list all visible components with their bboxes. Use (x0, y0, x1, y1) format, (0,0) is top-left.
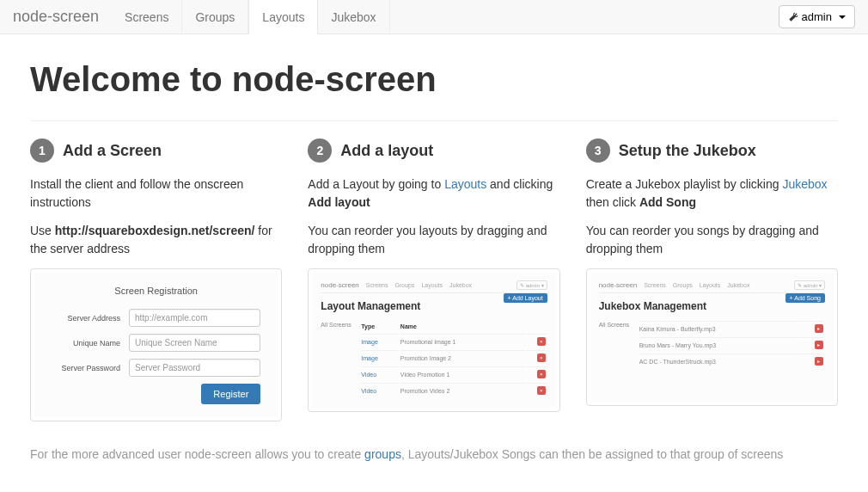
reg-title: Screen Registration (52, 286, 260, 296)
reg-name-input: Unique Screen Name (129, 334, 260, 352)
step-desc: Create a Jukebox playlist by clicking Ju… (586, 175, 838, 212)
mock-sidebar: All Screens (321, 319, 355, 328)
step-number-badge: 3 (586, 138, 610, 163)
reg-addr-label: Server Address (52, 314, 129, 323)
table-row: ImagePromotional Image 1× (361, 334, 545, 348)
mock-nav: node-screen Screens Groups Layouts Jukeb… (321, 278, 547, 293)
step-desc: Add a Layout by going to Layouts and cli… (308, 175, 559, 212)
reg-pass-label: Server Password (52, 364, 129, 372)
register-button: Register (201, 384, 260, 404)
mock-admin: ✎ admin ▾ (517, 280, 547, 290)
delete-icon: × (537, 370, 546, 378)
thumbnail-registration: Screen Registration Server Address http:… (30, 268, 282, 421)
thumbnail-jukebox: node-screen Screens Groups Layouts Jukeb… (586, 268, 838, 406)
step-header: 1 Add a Screen (30, 138, 282, 163)
step-number-badge: 1 (30, 138, 54, 163)
step-desc: Install the client and follow the onscre… (30, 175, 282, 212)
thumbnail-layouts: node-screen Screens Groups Layouts Jukeb… (308, 268, 559, 412)
nav-item-screens[interactable]: Screens (112, 0, 182, 34)
step-desc: You can reorder you songs by dragging an… (586, 222, 838, 258)
step-number-badge: 2 (308, 138, 332, 163)
step-2: 2 Add a layout Add a Layout by going to … (308, 138, 559, 421)
navbar-right: admin (779, 5, 855, 28)
mock-sidebar: All Screens (599, 319, 633, 328)
mock-table: Kaina Kimura - Butterfly.mp3▸ Bruno Mars… (638, 319, 825, 370)
layouts-link[interactable]: Layouts (444, 177, 486, 191)
add-layout-button: + Add Layout (504, 293, 547, 303)
mock-nav: node-screen Screens Groups Layouts Jukeb… (599, 278, 825, 293)
footer-note: For the more advanced user node-screen a… (30, 439, 838, 478)
admin-dropdown-button[interactable]: admin (779, 5, 855, 28)
navbar-brand[interactable]: node-screen (13, 8, 112, 26)
nav-item-layouts[interactable]: Layouts (248, 0, 318, 34)
jumbotron: Welcome to node-screen (30, 34, 838, 121)
step-title: Add a layout (340, 142, 433, 160)
table-row: VideoVideo Promotion 1× (361, 366, 545, 381)
jukebox-link[interactable]: Jukebox (782, 177, 827, 191)
step-3: 3 Setup the Jukebox Create a Jukebox pla… (586, 138, 838, 421)
delete-icon: × (537, 386, 546, 395)
navbar-nav: Screens Groups Layouts Jukebox (112, 0, 389, 34)
mock-table: TypeName ImagePromotional Image 1× Image… (359, 319, 547, 399)
step-desc: Use http://squareboxdesign.net/screen/ f… (30, 222, 282, 258)
jukebox-mgmt-mock: node-screen Screens Groups Layouts Jukeb… (590, 273, 834, 402)
delete-icon: × (537, 354, 546, 362)
caret-down-icon (839, 15, 846, 19)
page-title: Welcome to node-screen (30, 60, 838, 99)
play-icon: ▸ (815, 324, 823, 333)
mock-admin: ✎ admin ▾ (794, 280, 825, 290)
main-container: Welcome to node-screen 1 Add a Screen In… (17, 34, 851, 478)
navbar: node-screen Screens Groups Layouts Jukeb… (0, 0, 868, 34)
nav-item-jukebox[interactable]: Jukebox (318, 0, 389, 34)
table-row: Bruno Mars - Marry You.mp3▸ (639, 337, 823, 352)
reg-pass-input: Server Password (129, 359, 260, 377)
groups-link[interactable]: groups (364, 447, 401, 461)
reg-addr-input: http://example.com (129, 309, 260, 327)
reg-name-label: Unique Name (52, 339, 129, 347)
step-title: Add a Screen (63, 142, 162, 160)
table-row: Kaina Kimura - Butterfly.mp3▸ (639, 321, 823, 335)
table-row: AC DC - ThunderStruck.mp3▸ (639, 354, 823, 368)
step-title: Setup the Jukebox (619, 142, 756, 160)
table-row: VideoPromotion Video 2× (361, 383, 545, 397)
table-row: ImagePromotion Image 2× (361, 350, 545, 365)
layout-mgmt-mock: node-screen Screens Groups Layouts Jukeb… (312, 273, 555, 408)
nav-item-groups[interactable]: Groups (182, 0, 248, 34)
step-desc: You can reorder you layouts by dragging … (308, 222, 559, 258)
step-header: 2 Add a layout (308, 138, 559, 163)
steps-row: 1 Add a Screen Install the client and fo… (30, 138, 838, 421)
add-song-button: + Add Song (785, 293, 825, 303)
play-icon: ▸ (815, 357, 823, 366)
step-1: 1 Add a Screen Install the client and fo… (30, 138, 282, 421)
play-icon: ▸ (815, 341, 823, 349)
registration-form-mock: Screen Registration Server Address http:… (34, 273, 278, 417)
delete-icon: × (537, 337, 546, 346)
step-header: 3 Setup the Jukebox (586, 138, 838, 163)
wrench-icon (788, 12, 798, 22)
